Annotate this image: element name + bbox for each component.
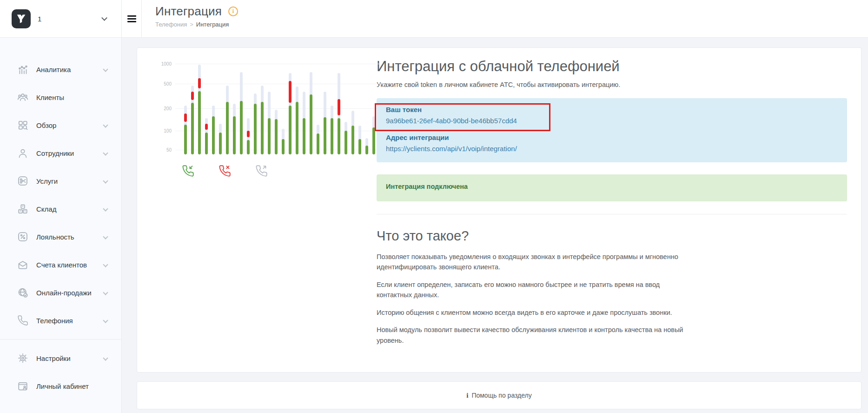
token-value[interactable]: 9a96be61-26ef-4ab0-90bd-be46bb57cdd4: [386, 117, 838, 125]
call-bar: [324, 64, 326, 154]
integration-address-link[interactable]: https://yclients.com/api/v1/voip/integra…: [386, 145, 517, 153]
call-bar: [212, 64, 215, 154]
call-volume-chart: 100050020010050: [154, 64, 383, 154]
page-header: Интеграция i Телефония>Интеграция: [142, 0, 238, 37]
chevron-down-icon: [103, 355, 108, 360]
call-bar: [184, 64, 187, 154]
help-label: Помощь по разделу: [471, 392, 531, 399]
description-paragraph: Позволяет показывать уведомления о входя…: [377, 252, 693, 273]
call-bar: [365, 64, 368, 154]
chevron-down-icon: [103, 122, 108, 127]
warehouse-icon: [17, 203, 29, 214]
token-info-box: Ваш токен 9a96be61-26ef-4ab0-90bd-be46bb…: [377, 98, 847, 162]
call-bar: [289, 64, 292, 154]
address-group: Адрес интеграции https://yclients.com/ap…: [386, 133, 838, 153]
y-axis-tick-label: 200: [154, 106, 172, 111]
accounts-icon: [17, 259, 29, 270]
outgoing-call-icon: [255, 165, 268, 177]
hamburger-icon: [127, 14, 136, 24]
missed-call-icon: [219, 165, 231, 177]
sidebar-item-personal-cabinet[interactable]: Личный кабинет: [0, 372, 121, 400]
call-bar: [240, 64, 243, 154]
sidebar-item-clients[interactable]: Клиенты: [0, 83, 121, 111]
sidebar-item-label: Обзор: [36, 121, 56, 129]
chevron-down-icon: [103, 150, 108, 155]
chevron-down-icon[interactable]: [101, 15, 107, 21]
breadcrumb-separator: >: [190, 21, 193, 28]
y-axis-tick-label: 50: [154, 147, 172, 153]
call-bar: [233, 64, 236, 154]
incoming-call-icon: [182, 165, 194, 177]
call-bar: [254, 64, 257, 154]
description-paragraph: Историю общения с клиентом можно всегда …: [377, 307, 693, 318]
status-banner: Интеграция подключена: [377, 174, 847, 201]
integration-subtext: Укажите свой token в личном кабинете АТС…: [377, 81, 847, 88]
sidebar-item-label: Счета клиентов: [36, 261, 87, 269]
breadcrumb: Телефония>Интеграция: [155, 21, 238, 28]
chart-bars: [184, 64, 389, 154]
sidebar: АналитикаКлиентыОбзорСотрудникиУслугиСкл…: [0, 38, 122, 413]
call-bar: [268, 64, 271, 154]
company-switcher[interactable]: 1: [0, 0, 122, 37]
sidebar-item-employees[interactable]: Сотрудники: [0, 139, 121, 167]
sidebar-item-accounts[interactable]: Счета клиентов: [0, 251, 121, 279]
sidebar-item-warehouse[interactable]: Склад: [0, 195, 121, 223]
call-bar: [303, 64, 305, 154]
sidebar-item-loyalty[interactable]: Лояльность: [0, 223, 121, 251]
integration-address-label: Адрес интеграции: [386, 133, 838, 141]
status-text: Интеграция подключена: [386, 183, 468, 190]
sidebar-item-online-sales[interactable]: Онлайн-продажи: [0, 279, 121, 306]
sidebar-item-label: Сотрудники: [36, 149, 74, 157]
employees-icon: [17, 147, 29, 159]
personal-cabinet-icon: [17, 380, 29, 392]
sidebar-item-label: Онлайн-продажи: [36, 289, 92, 297]
call-bar: [310, 64, 312, 154]
sidebar-item-telephony[interactable]: Телефония: [0, 306, 121, 334]
call-bar: [191, 64, 194, 154]
call-type-icons: [154, 165, 383, 177]
menu-toggle-button[interactable]: [122, 0, 142, 37]
sidebar-item-label: Склад: [36, 205, 56, 213]
call-bar: [282, 64, 285, 154]
chevron-down-icon: [103, 206, 108, 211]
breadcrumb-current: Интеграция: [196, 21, 229, 28]
info-icon[interactable]: i: [228, 7, 238, 16]
breadcrumb-parent[interactable]: Телефония: [155, 21, 187, 28]
call-bar: [275, 64, 278, 154]
sidebar-item-label: Настройки: [36, 354, 71, 362]
call-chart-illustration: 100050020010050: [137, 48, 377, 372]
chevron-down-icon: [103, 262, 108, 267]
call-bar: [338, 64, 340, 154]
yclients-logo-icon: [12, 9, 31, 28]
sidebar-item-overview[interactable]: Обзор: [0, 111, 121, 139]
integration-content: Интеграция с облачной телефонией Укажите…: [377, 48, 861, 372]
chevron-down-icon: [103, 234, 108, 239]
sidebar-item-services[interactable]: Услуги: [0, 167, 121, 195]
sidebar-item-label: Личный кабинет: [36, 382, 89, 390]
sidebar-divider: [0, 339, 121, 340]
call-bar: [198, 64, 201, 154]
what-is-it-heading: Что это такое?: [377, 228, 847, 244]
token-group: Ваш токен 9a96be61-26ef-4ab0-90bd-be46bb…: [386, 106, 838, 125]
y-axis-tick-label: 1000: [154, 61, 172, 67]
call-bar: [219, 64, 222, 154]
telephony-icon: [17, 315, 29, 326]
y-axis-tick-label: 500: [154, 81, 172, 86]
sidebar-item-label: Телефония: [36, 317, 73, 325]
section-help-button[interactable]: i Помощь по разделу: [137, 382, 861, 409]
integration-card: 100050020010050 Интеграция с облачной те…: [137, 48, 861, 372]
chevron-down-icon: [103, 290, 108, 295]
call-bar: [226, 64, 229, 154]
sidebar-item-settings[interactable]: Настройки: [0, 344, 121, 372]
description-paragraph: Если клиент определен, записать его можн…: [377, 280, 693, 300]
clients-icon: [17, 92, 29, 103]
call-bar: [345, 64, 347, 154]
call-bar: [358, 64, 361, 154]
y-axis-tick-label: 100: [154, 128, 172, 133]
page-title: Интеграция: [155, 4, 222, 19]
call-bar: [261, 64, 264, 154]
call-bar: [247, 64, 250, 154]
settings-icon: [17, 353, 29, 364]
call-bar: [317, 64, 319, 154]
sidebar-item-analytics[interactable]: Аналитика: [0, 55, 121, 83]
